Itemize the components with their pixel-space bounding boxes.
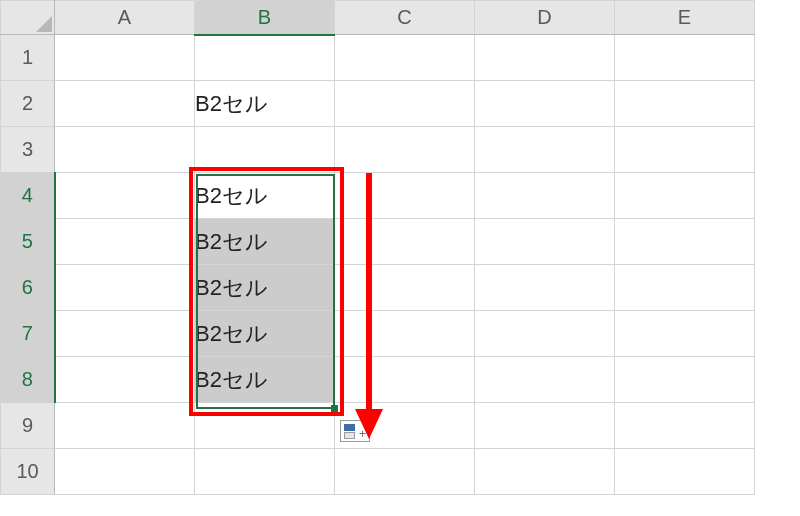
- row-header-4[interactable]: 4: [1, 173, 55, 219]
- cell-e4[interactable]: [615, 173, 755, 219]
- column-header-e[interactable]: E: [615, 1, 755, 35]
- cell-a3[interactable]: [55, 127, 195, 173]
- cell-b4[interactable]: B2セル: [195, 173, 335, 219]
- cell-d7[interactable]: [475, 311, 615, 357]
- plus-icon: +: [359, 428, 366, 440]
- column-header-a[interactable]: A: [55, 1, 195, 35]
- spreadsheet-grid[interactable]: A B C D E 1 2 B2セル 3 4 B2セル 5: [0, 0, 755, 495]
- cell-e5[interactable]: [615, 219, 755, 265]
- cell-a9[interactable]: [55, 403, 195, 449]
- cell-e3[interactable]: [615, 127, 755, 173]
- autofill-icon: [344, 432, 355, 439]
- fill-handle[interactable]: [331, 405, 338, 412]
- cell-a1[interactable]: [55, 35, 195, 81]
- cell-b6[interactable]: B2セル: [195, 265, 335, 311]
- cell-b1[interactable]: [195, 35, 335, 81]
- cell-c10[interactable]: [335, 449, 475, 495]
- cell-e10[interactable]: [615, 449, 755, 495]
- row-header-10[interactable]: 10: [1, 449, 55, 495]
- cell-e6[interactable]: [615, 265, 755, 311]
- cell-a10[interactable]: [55, 449, 195, 495]
- cell-d2[interactable]: [475, 81, 615, 127]
- row-header-2[interactable]: 2: [1, 81, 55, 127]
- column-header-b[interactable]: B: [195, 1, 335, 35]
- cell-a7[interactable]: [55, 311, 195, 357]
- cell-c3[interactable]: [335, 127, 475, 173]
- cell-a8[interactable]: [55, 357, 195, 403]
- cell-b2[interactable]: B2セル: [195, 81, 335, 127]
- cell-e1[interactable]: [615, 35, 755, 81]
- cell-d5[interactable]: [475, 219, 615, 265]
- cell-b3[interactable]: [195, 127, 335, 173]
- column-header-c[interactable]: C: [335, 1, 475, 35]
- cell-b8[interactable]: B2セル: [195, 357, 335, 403]
- cell-c6[interactable]: [335, 265, 475, 311]
- cell-d9[interactable]: [475, 403, 615, 449]
- cell-a6[interactable]: [55, 265, 195, 311]
- cell-b5[interactable]: B2セル: [195, 219, 335, 265]
- row-header-7[interactable]: 7: [1, 311, 55, 357]
- cell-e7[interactable]: [615, 311, 755, 357]
- row-header-1[interactable]: 1: [1, 35, 55, 81]
- cell-c8[interactable]: [335, 357, 475, 403]
- cell-e8[interactable]: [615, 357, 755, 403]
- cell-d8[interactable]: [475, 357, 615, 403]
- cell-c1[interactable]: [335, 35, 475, 81]
- cell-d1[interactable]: [475, 35, 615, 81]
- cell-b7[interactable]: B2セル: [195, 311, 335, 357]
- row-header-8[interactable]: 8: [1, 357, 55, 403]
- row-header-3[interactable]: 3: [1, 127, 55, 173]
- select-all-corner[interactable]: [1, 1, 55, 35]
- autofill-options-button[interactable]: +: [340, 420, 370, 442]
- cell-c4[interactable]: [335, 173, 475, 219]
- column-header-d[interactable]: D: [475, 1, 615, 35]
- cell-c2[interactable]: [335, 81, 475, 127]
- row-header-9[interactable]: 9: [1, 403, 55, 449]
- autofill-icon: [344, 424, 355, 431]
- cell-a4[interactable]: [55, 173, 195, 219]
- cell-a5[interactable]: [55, 219, 195, 265]
- cell-e2[interactable]: [615, 81, 755, 127]
- cell-b10[interactable]: [195, 449, 335, 495]
- row-header-6[interactable]: 6: [1, 265, 55, 311]
- cell-b9[interactable]: [195, 403, 335, 449]
- row-header-5[interactable]: 5: [1, 219, 55, 265]
- cell-c5[interactable]: [335, 219, 475, 265]
- svg-marker-0: [36, 16, 52, 32]
- cell-d3[interactable]: [475, 127, 615, 173]
- cell-a2[interactable]: [55, 81, 195, 127]
- cell-d4[interactable]: [475, 173, 615, 219]
- cell-e9[interactable]: [615, 403, 755, 449]
- cell-d6[interactable]: [475, 265, 615, 311]
- cell-d10[interactable]: [475, 449, 615, 495]
- cell-c7[interactable]: [335, 311, 475, 357]
